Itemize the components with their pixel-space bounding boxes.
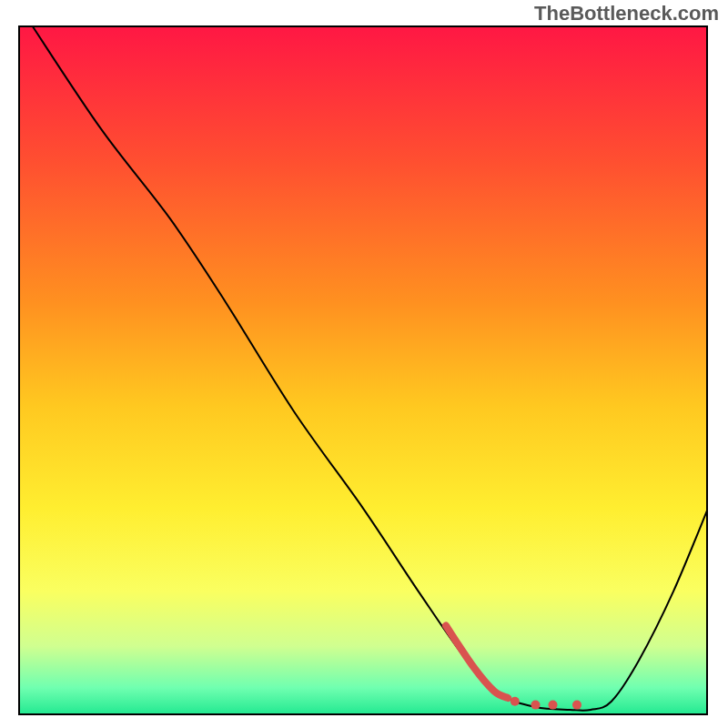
highlight-dots-point — [549, 701, 558, 710]
gradient-background — [18, 25, 708, 715]
watermark-text: TheBottleneck.com — [534, 2, 719, 25]
highlight-dots-point — [572, 701, 581, 710]
chart-svg — [18, 25, 708, 715]
highlight-dots-point — [531, 701, 541, 710]
plot-area — [18, 25, 708, 715]
chart-container: TheBottleneck.com — [0, 0, 728, 728]
highlight-dots-point — [511, 697, 520, 706]
